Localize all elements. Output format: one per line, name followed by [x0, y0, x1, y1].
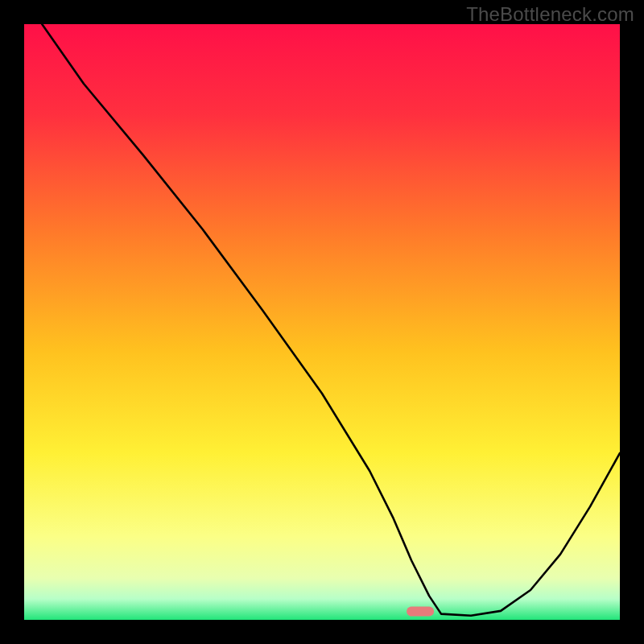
- optimal-marker: [407, 607, 434, 617]
- watermark-label: TheBottleneck.com: [466, 3, 634, 26]
- chart-frame: TheBottleneck.com: [0, 0, 644, 644]
- gradient-background: [24, 24, 620, 620]
- plot-svg: [24, 24, 620, 620]
- plot-area: [24, 24, 620, 620]
